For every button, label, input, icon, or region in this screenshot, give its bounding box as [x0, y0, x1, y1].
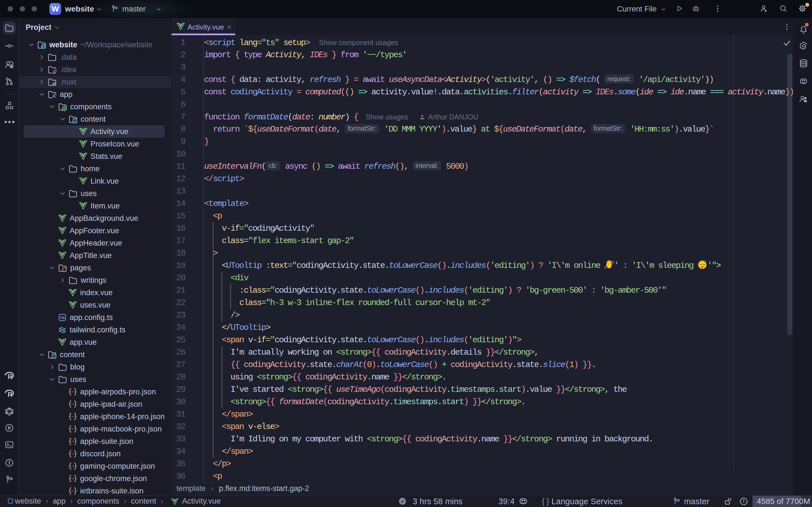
svg-text:z: z — [706, 260, 707, 261]
svg-text:R: R — [8, 391, 12, 398]
svg-text:R: R — [8, 373, 12, 381]
svg-text:?: ? — [10, 64, 13, 69]
svg-text:TS: TS — [60, 316, 64, 320]
